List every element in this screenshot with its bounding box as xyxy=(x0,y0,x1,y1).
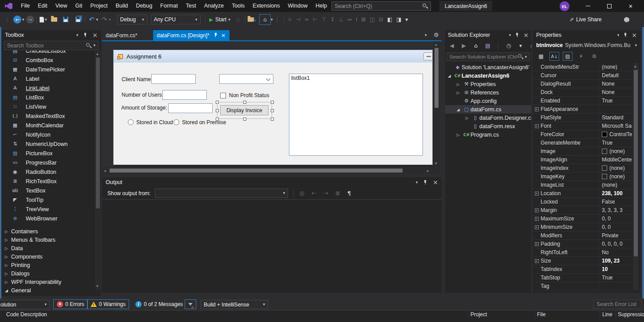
solution-tree-item[interactable]: ▷ ▯ dataForm.Designer.cs xyxy=(445,114,531,122)
tab-list-caret[interactable]: ▾ xyxy=(425,33,427,37)
stored-in-cloud-radio[interactable] xyxy=(128,119,134,125)
resize-handle[interactable] xyxy=(216,101,219,104)
menu-item[interactable]: Format xyxy=(156,0,182,12)
window-position-caret[interactable]: ▾ xyxy=(617,33,620,37)
output-source-dropdown[interactable]: ▾ xyxy=(155,188,288,198)
solution-tree-item[interactable]: ⚙ App.config xyxy=(445,97,531,105)
live-share-button[interactable]: ⇗Live Share xyxy=(569,16,601,23)
resize-handle[interactable] xyxy=(216,109,219,112)
toolbox-category[interactable]: ▷ Menus & Toolbars xyxy=(1,236,95,244)
close-tab-icon[interactable]: × xyxy=(221,32,226,38)
toolbox-item[interactable]: ab TextBox xyxy=(1,186,95,195)
toolbox-item[interactable]: ▦ DateTimePicker xyxy=(1,65,95,74)
expand-icon[interactable]: + xyxy=(535,124,539,128)
pin-icon[interactable] xyxy=(83,33,87,38)
solution-tree-item[interactable]: ◆ Solution 'LancasterAssign6' (1 o xyxy=(445,63,531,71)
align-icon[interactable]: ◫ xyxy=(370,17,375,22)
expand-arrow-icon[interactable]: ◢ xyxy=(448,74,454,78)
align-icon[interactable]: ▾ xyxy=(405,17,408,22)
property-value[interactable]: False xyxy=(599,199,615,205)
error-scope-dropdown[interactable]: olution▾ xyxy=(0,300,50,309)
property-value[interactable]: 0, 0 xyxy=(599,224,611,230)
errors-filter-button[interactable]: × 0 Errors xyxy=(53,299,88,309)
align-icon[interactable]: ⊟ xyxy=(379,17,383,22)
property-row[interactable]: Modifiers Private xyxy=(533,232,632,240)
properties-tool-icon[interactable]: A↓ xyxy=(549,52,559,61)
plan-combobox[interactable] xyxy=(219,74,273,84)
close-icon[interactable]: × xyxy=(433,179,438,185)
property-row[interactable]: TabIndex 10 xyxy=(533,265,632,274)
property-value[interactable]: None xyxy=(599,89,615,95)
property-row[interactable]: Enabled True xyxy=(533,97,632,105)
menu-item[interactable]: Tools xyxy=(228,0,249,12)
properties-tool-icon[interactable]: ⚡ xyxy=(576,52,586,61)
object-selector-caret[interactable]: ▾ xyxy=(635,43,637,47)
solution-explorer-tool-icon[interactable]: ⇄ xyxy=(529,41,531,50)
solution-explorer-tool-icon[interactable]: ◷ xyxy=(505,41,513,50)
new-project-button[interactable]: ▾ xyxy=(39,14,48,25)
align-icon[interactable]: ↕ xyxy=(330,17,335,22)
solution-tree-item[interactable]: ▷ ⚒ Properties xyxy=(445,80,531,88)
property-value[interactable]: 238, 100 xyxy=(599,190,623,196)
menu-item[interactable]: Git xyxy=(71,0,87,12)
property-row[interactable]: ImageAlign MiddleCenter xyxy=(533,156,632,164)
close-icon[interactable]: × xyxy=(92,32,98,38)
property-row[interactable]: ForeColor ControlText xyxy=(533,130,632,139)
property-value[interactable]: 0, 0 xyxy=(599,216,611,222)
align-icon[interactable]: ≍ xyxy=(304,17,309,22)
menu-item[interactable]: Extensions xyxy=(249,0,284,12)
align-icon[interactable]: ⊠ xyxy=(361,17,366,22)
menu-item[interactable]: Build xyxy=(111,0,132,12)
menu-item[interactable]: Analyze xyxy=(200,0,228,12)
property-value[interactable]: (none) xyxy=(599,173,625,180)
forms-designer-surface[interactable]: Assignment 6 Client Name: Number of User… xyxy=(102,41,433,167)
undo-button[interactable]: ↶ xyxy=(87,14,96,25)
designer-horizontal-scrollbar[interactable]: ◂ ▸ xyxy=(102,167,433,174)
menu-item[interactable]: Edit xyxy=(34,0,51,12)
property-row[interactable]: ImageIndex (none) xyxy=(533,164,632,173)
toolbox-item[interactable]: A LinkLabel xyxy=(1,83,95,93)
designer-vertical-scrollbar[interactable]: ▴ ▾ xyxy=(433,41,440,167)
window-position-caret[interactable]: ▾ xyxy=(76,33,79,37)
resize-handle[interactable] xyxy=(271,118,274,121)
property-row[interactable]: + Size 109, 23 xyxy=(533,257,632,265)
warnings-filter-button[interactable]: 0 Warnings xyxy=(87,299,129,309)
toolbox-item[interactable]: ▭ ProgressBar xyxy=(1,158,95,167)
tab-dataform-cs[interactable]: dataForm.cs* xyxy=(102,30,152,40)
toolbox-category[interactable]: ▷ WPF Interoperability xyxy=(1,278,95,286)
property-row[interactable]: Cursor Default xyxy=(533,71,632,80)
toolbox-item[interactable]: ◤ ToolTip xyxy=(1,195,95,204)
expand-arrow-icon[interactable]: ◢ xyxy=(457,107,462,112)
home-button[interactable]: ⌂ xyxy=(259,14,271,25)
property-row[interactable]: + Padding 0, 0, 0, 0 xyxy=(533,240,632,248)
toolbox-item[interactable]: ▤ CheckedListBox xyxy=(1,51,95,55)
menu-item[interactable]: Help xyxy=(312,0,331,12)
toolbox-item[interactable]: ∷ ListView xyxy=(1,102,95,111)
property-value[interactable]: 10 xyxy=(599,266,608,272)
toolbox-category[interactable]: ◢ General xyxy=(1,286,95,295)
property-row[interactable]: TabStop True xyxy=(533,274,632,282)
solution-configuration-dropdown[interactable]: Debug▾ xyxy=(117,15,147,24)
invoice-listbox[interactable]: listBox1 xyxy=(289,74,423,156)
property-value[interactable]: 0, 0, 0, 0 xyxy=(599,241,623,247)
error-list-content[interactable] xyxy=(0,318,644,322)
expand-arrow-icon[interactable]: ▷ xyxy=(457,133,462,137)
toolbox-item[interactable]: ▦ MonthCalendar xyxy=(1,121,95,130)
resize-handle[interactable] xyxy=(271,109,274,112)
error-list-column-header[interactable]: File xyxy=(537,311,545,318)
solution-platform-dropdown[interactable]: Any CPU▾ xyxy=(151,15,201,24)
redo-button[interactable]: ↷ xyxy=(100,14,109,25)
toolbox-item[interactable]: ⌐ NotifyIcon xyxy=(1,130,95,139)
expand-arrow-icon[interactable]: ▷ xyxy=(457,90,462,95)
messages-filter-button[interactable]: i 0 of 2 Messages xyxy=(132,299,186,309)
toolbox-item[interactable]: (.) MaskedTextBox xyxy=(1,111,95,121)
property-value[interactable]: Standard xyxy=(599,114,624,121)
solution-explorer-tool-icon[interactable]: ◀ xyxy=(448,41,456,50)
expand-icon[interactable]: + xyxy=(535,259,539,263)
toolbox-item[interactable]: ◉ RadioButton xyxy=(1,167,95,177)
find-in-files-button[interactable] xyxy=(248,14,257,25)
toolbox-category[interactable]: ▷ Containers xyxy=(1,227,95,236)
property-value[interactable]: ControlText xyxy=(599,131,632,137)
property-row[interactable]: DialogResult None xyxy=(533,80,632,88)
stored-on-premise-radio[interactable] xyxy=(174,119,179,125)
